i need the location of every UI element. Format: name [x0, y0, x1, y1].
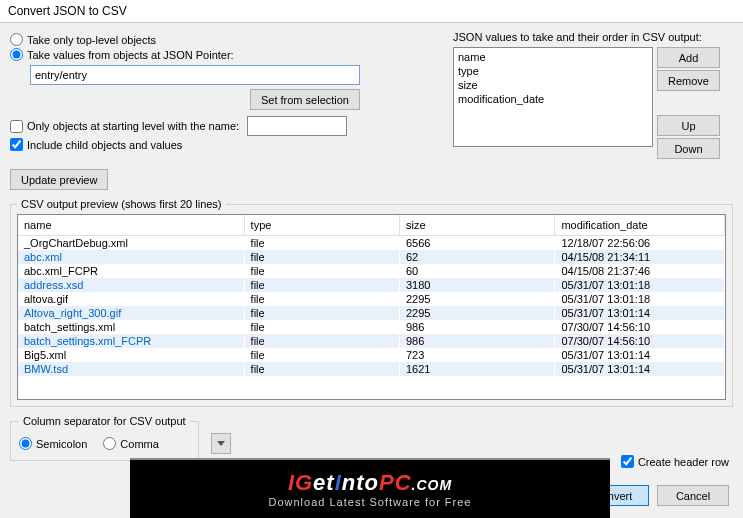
radio-top-level[interactable] — [10, 33, 23, 46]
separator-fieldset: Column separator for CSV output Semicolo… — [10, 415, 199, 461]
only-starting-level-label: Only objects at starting level with the … — [27, 120, 239, 132]
col-name[interactable]: name — [18, 215, 244, 236]
list-item[interactable]: size — [456, 78, 650, 92]
include-children-label: Include child objects and values — [27, 139, 182, 151]
cell-mod: 05/31/07 13:01:14 — [555, 348, 725, 362]
table-header-row: name type size modification_date — [18, 215, 725, 236]
table-row[interactable]: batch_settings.xml_FCPRfile98607/30/07 1… — [18, 334, 725, 348]
cell-size: 1621 — [400, 362, 555, 376]
watermark-title: IGetIntoPC.COM — [288, 470, 452, 496]
cell-size: 723 — [400, 348, 555, 362]
cell-size: 2295 — [400, 306, 555, 320]
table-row[interactable]: batch_settings.xmlfile98607/30/07 14:56:… — [18, 320, 725, 334]
add-button[interactable]: Add — [657, 47, 720, 68]
list-item[interactable]: modification_date — [456, 92, 650, 106]
cell-name: altova.gif — [18, 292, 244, 306]
table-row[interactable]: _OrgChartDebug.xmlfile656612/18/07 22:56… — [18, 236, 725, 251]
radio-json-pointer[interactable] — [10, 48, 23, 61]
cell-size: 3180 — [400, 278, 555, 292]
cell-name: abc.xml_FCPR — [18, 264, 244, 278]
cell-type: file — [244, 334, 399, 348]
cell-name: BMW.tsd — [18, 362, 244, 376]
cell-type: file — [244, 306, 399, 320]
svg-marker-0 — [217, 441, 225, 446]
create-header-label: Create header row — [638, 456, 729, 468]
cell-name: batch_settings.xml_FCPR — [18, 334, 244, 348]
watermark-banner: IGetIntoPC.COM Download Latest Software … — [130, 458, 610, 518]
set-from-selection-button[interactable]: Set from selection — [250, 89, 360, 110]
cell-size: 2295 — [400, 292, 555, 306]
include-children-checkbox[interactable] — [10, 138, 23, 151]
col-type[interactable]: type — [244, 215, 399, 236]
preview-table-wrap[interactable]: name type size modification_date _OrgCha… — [17, 214, 726, 400]
up-button[interactable]: Up — [657, 115, 720, 136]
cell-type: file — [244, 362, 399, 376]
cell-size: 6566 — [400, 236, 555, 251]
cell-mod: 04/15/08 21:34:11 — [555, 250, 725, 264]
dropdown-stub[interactable] — [211, 433, 231, 454]
table-row[interactable]: abc.xmlfile6204/15/08 21:34:11 — [18, 250, 725, 264]
cell-type: file — [244, 250, 399, 264]
cell-size: 986 — [400, 320, 555, 334]
table-row[interactable]: BMW.tsdfile162105/31/07 13:01:14 — [18, 362, 725, 376]
cell-mod: 12/18/07 22:56:06 — [555, 236, 725, 251]
cell-mod: 05/31/07 13:01:18 — [555, 278, 725, 292]
table-row[interactable]: Big5.xmlfile72305/31/07 13:01:14 — [18, 348, 725, 362]
cell-type: file — [244, 320, 399, 334]
down-button[interactable]: Down — [657, 138, 720, 159]
cell-name: abc.xml — [18, 250, 244, 264]
cell-mod: 05/31/07 13:01:14 — [555, 306, 725, 320]
preview-legend: CSV output preview (shows first 20 lines… — [17, 198, 226, 210]
cell-mod: 04/15/08 21:37:46 — [555, 264, 725, 278]
cell-name: Altova_right_300.gif — [18, 306, 244, 320]
separator-legend: Column separator for CSV output — [19, 415, 190, 427]
starting-level-name-input[interactable] — [247, 116, 347, 136]
cell-mod: 07/30/07 14:56:10 — [555, 334, 725, 348]
cell-size: 62 — [400, 250, 555, 264]
json-pointer-input[interactable] — [30, 65, 360, 85]
cell-type: file — [244, 236, 399, 251]
chevron-down-icon — [217, 441, 225, 446]
radio-comma[interactable] — [103, 437, 116, 450]
watermark-subtitle: Download Latest Software for Free — [269, 496, 472, 508]
radio-semicolon-label: Semicolon — [36, 438, 87, 450]
cell-type: file — [244, 278, 399, 292]
cell-name: batch_settings.xml — [18, 320, 244, 334]
table-row[interactable]: address.xsdfile318005/31/07 13:01:18 — [18, 278, 725, 292]
cell-name: address.xsd — [18, 278, 244, 292]
cell-type: file — [244, 292, 399, 306]
preview-fieldset: CSV output preview (shows first 20 lines… — [10, 198, 733, 407]
list-item[interactable]: type — [456, 64, 650, 78]
cell-mod: 05/31/07 13:01:14 — [555, 362, 725, 376]
create-header-checkbox[interactable] — [621, 455, 634, 468]
table-row[interactable]: altova.giffile229505/31/07 13:01:18 — [18, 292, 725, 306]
json-values-label: JSON values to take and their order in C… — [453, 31, 733, 43]
radio-semicolon[interactable] — [19, 437, 32, 450]
cell-name: Big5.xml — [18, 348, 244, 362]
cell-mod: 07/30/07 14:56:10 — [555, 320, 725, 334]
window-title: Convert JSON to CSV — [0, 0, 743, 23]
cell-mod: 05/31/07 13:01:18 — [555, 292, 725, 306]
update-preview-button[interactable]: Update preview — [10, 169, 108, 190]
cell-size: 60 — [400, 264, 555, 278]
cell-type: file — [244, 348, 399, 362]
cell-name: _OrgChartDebug.xml — [18, 236, 244, 251]
remove-button[interactable]: Remove — [657, 70, 720, 91]
radio-top-level-label: Take only top-level objects — [27, 34, 156, 46]
list-item[interactable]: name — [456, 50, 650, 64]
radio-comma-label: Comma — [120, 438, 159, 450]
cell-size: 986 — [400, 334, 555, 348]
cell-type: file — [244, 264, 399, 278]
col-size[interactable]: size — [400, 215, 555, 236]
table-row[interactable]: abc.xml_FCPRfile6004/15/08 21:37:46 — [18, 264, 725, 278]
radio-json-pointer-label: Take values from objects at JSON Pointer… — [27, 49, 234, 61]
table-row[interactable]: Altova_right_300.giffile229505/31/07 13:… — [18, 306, 725, 320]
col-mod[interactable]: modification_date — [555, 215, 725, 236]
cancel-button[interactable]: Cancel — [657, 485, 729, 506]
json-values-listbox[interactable]: name type size modification_date — [453, 47, 653, 147]
only-starting-level-checkbox[interactable] — [10, 120, 23, 133]
